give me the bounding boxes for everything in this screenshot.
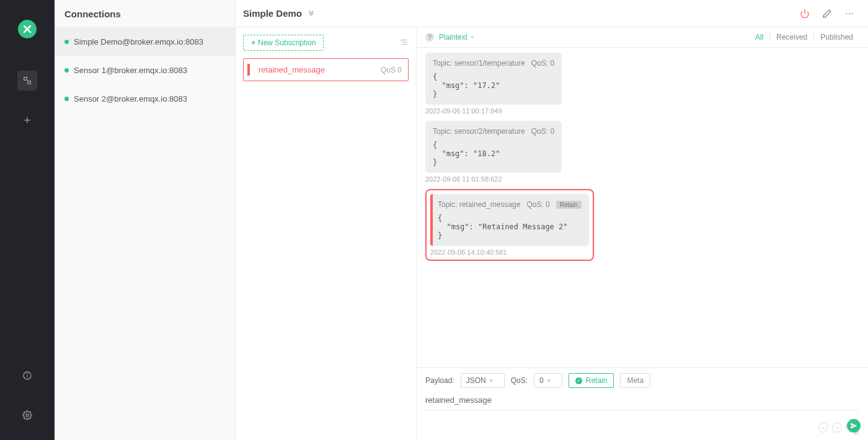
main-header: Simple Demo [236,0,868,27]
svg-rect-0 [24,77,27,81]
filter-received[interactable]: Received [770,33,813,42]
connection-name: Sensor 2@broker.emqx.io:8083 [74,94,187,103]
filter-all[interactable]: All [749,33,769,42]
encoding-label: Plaintext [439,33,467,42]
subscription-topic: retained_message [259,65,381,74]
message-timestamp: 2022-09-06 11:01:58:622 [425,175,859,183]
expand-down-icon[interactable] [307,8,316,19]
retain-badge: Retain [556,201,582,209]
messages-header: ? Plaintext All Received Published [417,27,868,48]
connection-item[interactable]: Sensor 2@broker.emqx.io:8083 [55,84,235,113]
connections-sidebar: Connections Simple Demo@broker.emqx.io:8… [55,0,236,440]
message-payload: { "msg": "Retained Message 2" } [438,214,582,240]
chevron-down-icon: ▾ [547,377,551,384]
payload-label: Payload: [425,376,454,385]
subscription-chip[interactable]: retained_message QoS 0 [243,58,409,81]
editor-minus-icon[interactable]: − [832,423,842,433]
qos-value: 0 [539,376,544,385]
status-indicator-icon [64,97,69,101]
nav-settings[interactable] [17,405,37,425]
message-qos: QoS: 0 [531,127,554,136]
message-payload: { "msg": "18.2" } [433,141,554,167]
messages-list[interactable]: Topic: sensor/1/temperature QoS: 0 { "ms… [417,48,868,367]
main-panel: Simple Demo + New Subscription [236,0,868,440]
message-item: Topic: sensor/1/temperature QoS: 0 { "ms… [425,53,859,115]
message-item: Topic: sensor/2/temperature QoS: 0 { "ms… [425,121,859,183]
message-qos: QoS: 0 [526,200,549,209]
svg-point-11 [852,13,853,14]
help-icon[interactable]: ? [425,33,434,42]
app-logo [18,20,37,38]
nav-connections[interactable] [17,71,37,90]
publisher-panel: Payload: JSON ▾ QoS: 0 ▾ ✓ Retain [417,367,868,440]
payload-format-value: JSON [466,376,486,385]
message-topic: Topic: sensor/1/temperature [433,59,525,68]
filter-published[interactable]: Published [814,33,859,42]
plus-icon: + [251,38,255,47]
new-subscription-button[interactable]: + New Subscription [243,35,324,51]
payload-format-select[interactable]: JSON ▾ [461,373,505,388]
status-indicator-icon [64,68,69,73]
svg-point-6 [27,374,28,374]
nav-add[interactable] [17,110,37,130]
topic-input[interactable] [425,393,859,410]
messages-panel: ? Plaintext All Received Published [417,27,868,440]
nav-info[interactable] [17,366,37,385]
message-topic: Topic: sensor/2/temperature [433,127,525,136]
message-timestamp: 2022-09-06 11:00:17:849 [425,107,859,115]
chevron-down-icon: ▾ [490,377,493,384]
retain-label: Retain [586,376,608,385]
more-icon[interactable] [842,6,857,21]
collapse-icon[interactable] [400,38,409,48]
qos-label: QoS: [511,376,528,385]
message-qos: QoS: 0 [531,59,554,68]
svg-point-10 [849,13,850,14]
disconnect-icon[interactable] [797,6,812,21]
left-nav [0,0,55,440]
subscriptions-panel: + New Subscription retained_message QoS … [236,27,417,440]
sidebar-title: Connections [55,0,235,27]
message-topic: Topic: retained_message [438,200,520,209]
message-item-highlighted: Topic: retained_message QoS: 0 Retain { … [425,189,859,261]
qos-select[interactable]: 0 ▾ [534,373,562,388]
edit-icon[interactable] [820,6,835,21]
connection-item[interactable]: Simple Demo@broker.emqx.io:8083 [55,27,235,56]
connection-item[interactable]: Sensor 1@broker.emqx.io:8083 [55,56,235,84]
send-button[interactable] [847,419,861,433]
payload-editor[interactable]: ← − + [425,410,859,435]
svg-point-9 [846,13,847,14]
retain-toggle[interactable]: ✓ Retain [569,373,614,388]
connection-title: Simple Demo [243,8,302,19]
new-subscription-label: New Subscription [258,38,316,47]
check-icon: ✓ [575,377,582,384]
encoding-select[interactable]: Plaintext [439,33,475,42]
status-indicator-icon [64,40,69,44]
subscription-qos: QoS 0 [381,66,402,74]
message-payload: { "msg": "17.2" } [433,73,554,99]
message-timestamp: 2022-09-06 14:10:40:581 [430,249,589,256]
svg-rect-1 [28,81,31,84]
meta-button[interactable]: Meta [620,373,650,388]
editor-undo-icon[interactable]: ← [818,423,828,433]
svg-point-7 [26,414,29,416]
connection-name: Simple Demo@broker.emqx.io:8083 [74,37,203,46]
connection-name: Sensor 1@broker.emqx.io:8083 [74,66,187,75]
